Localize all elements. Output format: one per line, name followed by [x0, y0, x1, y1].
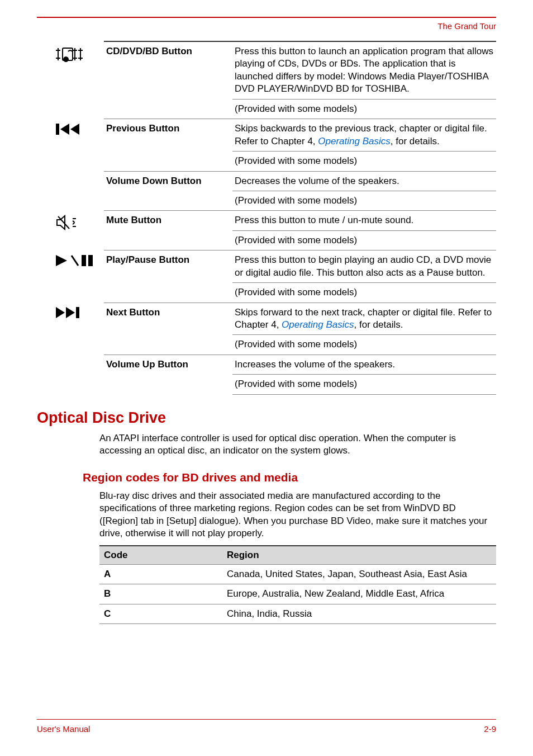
button-desc: Press this button to launch an applicati…	[232, 41, 496, 99]
table-row: A Canada, United States, Japan, Southeas…	[99, 565, 496, 584]
button-desc: Decreases the volume of the speakers.	[232, 171, 496, 191]
region-code-table: Code Region A Canada, United States, Jap…	[99, 545, 496, 623]
button-name: Volume Up Button	[104, 355, 232, 394]
button-desc: Skips forward to the next track, chapter…	[232, 303, 496, 335]
operating-basics-link[interactable]: Operating Basics	[282, 319, 354, 330]
svg-marker-16	[56, 255, 67, 266]
cd-dvd-bd-icon	[56, 45, 88, 64]
svg-rect-19	[88, 255, 93, 266]
button-desc: Skips backwards to the previous track, c…	[232, 119, 496, 152]
section-paragraph: An ATAPI interface controller is used fo…	[99, 432, 496, 457]
svg-marker-20	[56, 307, 65, 318]
footer-right: 2-9	[484, 724, 496, 734]
svg-line-17	[72, 256, 78, 266]
svg-rect-18	[82, 255, 86, 266]
button-note: (Provided with some models)	[232, 230, 496, 250]
button-name: Play/Pause Button	[104, 251, 232, 303]
table-header-region: Region	[222, 546, 496, 565]
button-desc: Press this button to begin playing an au…	[232, 251, 496, 283]
svg-rect-10	[56, 124, 59, 135]
svg-line-13	[58, 216, 69, 229]
table-header-code: Code	[99, 546, 222, 565]
button-note: (Provided with some models)	[232, 375, 496, 394]
button-desc: Increases the volume of the speakers.	[232, 355, 496, 374]
button-name: Previous Button	[104, 119, 232, 171]
button-name: Mute Button	[104, 211, 232, 251]
play-pause-icon	[56, 254, 95, 267]
operating-basics-link[interactable]: Operating Basics	[318, 136, 390, 147]
footer-left: User's Manual	[37, 724, 90, 734]
button-note: (Provided with some models)	[232, 99, 496, 119]
button-name: CD/DVD/BD Button	[104, 41, 232, 119]
next-icon	[56, 306, 80, 319]
svg-rect-22	[76, 307, 79, 318]
svg-marker-12	[70, 124, 79, 135]
table-row: B Europe, Australia, New Zealand, Middle…	[99, 584, 496, 604]
button-definitions-table: CD/DVD/BD Button Press this button to la…	[54, 41, 496, 395]
button-note: (Provided with some models)	[232, 191, 496, 210]
button-note: (Provided with some models)	[232, 283, 496, 303]
mute-icon	[56, 214, 78, 231]
button-name: Volume Down Button	[104, 171, 232, 211]
button-note: (Provided with some models)	[232, 335, 496, 355]
button-note: (Provided with some models)	[232, 152, 496, 171]
svg-marker-11	[60, 124, 69, 135]
svg-marker-21	[66, 307, 75, 318]
previous-icon	[56, 122, 80, 136]
subsection-paragraph: Blu-ray disc drives and their associated…	[99, 490, 496, 540]
subsection-heading: Region codes for BD drives and media	[83, 471, 496, 484]
table-row: C China, India, Russia	[99, 604, 496, 623]
button-desc: Press this button to mute / un-mute soun…	[232, 211, 496, 230]
chapter-title: The Grand Tour	[37, 21, 496, 31]
section-heading: Optical Disc Drive	[37, 409, 496, 427]
button-name: Next Button	[104, 303, 232, 355]
